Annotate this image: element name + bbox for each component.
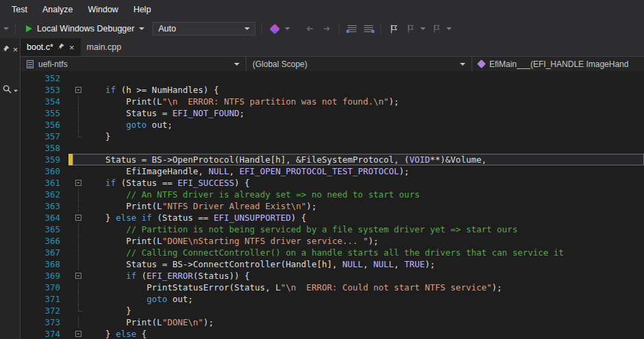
chevron-down-icon[interactable] (14, 90, 18, 92)
code-line-367[interactable]: 367 // Calling ConnectController() on a … (21, 247, 644, 258)
chevron-down-icon[interactable] (420, 27, 426, 30)
code-line-368[interactable]: 368 Status = BS->ConnectController(Handl… (21, 258, 644, 270)
fold-margin (73, 247, 85, 258)
line-number[interactable]: 368 (21, 258, 68, 270)
menu-item-window[interactable]: Window (80, 5, 125, 14)
line-number[interactable]: 366 (21, 235, 68, 247)
code-line-353[interactable]: 353- if (h >= NumHandles) { (21, 84, 644, 96)
navigate-back-icon[interactable] (304, 22, 316, 36)
code-line-365[interactable]: 365 // Partition is not being serviced b… (21, 223, 644, 235)
line-number[interactable]: 360 (21, 165, 68, 177)
code-line-374[interactable]: 374- } else { (21, 328, 644, 339)
start-debug-button[interactable]: Local Windows Debugger (22, 21, 149, 36)
close-icon[interactable]: × (13, 45, 18, 54)
uncomment-icon[interactable] (362, 22, 374, 36)
fold-collapse-icon[interactable]: - (73, 84, 85, 96)
debugger-label: Local Windows Debugger (37, 24, 134, 33)
code-text: EfiImageHandle, NULL, EFI_OPEN_PROTOCOL_… (85, 165, 409, 177)
next-bookmark-icon[interactable] (430, 22, 442, 36)
code-line-372[interactable]: 372 } (21, 305, 644, 316)
code-editor[interactable]: 352353- if (h >= NumHandles) {354 Print(… (21, 71, 644, 339)
menu-item-analyze[interactable]: Analyze (35, 5, 80, 14)
code-line-356[interactable]: 356 goto out; (21, 119, 644, 131)
chevron-down-icon (234, 63, 240, 66)
tab-main-cpp[interactable]: main.cpp (81, 38, 128, 56)
line-number[interactable]: 372 (21, 305, 68, 316)
scope-dropdown[interactable]: (Global Scope) (246, 57, 472, 71)
fold-collapse-icon[interactable]: - (73, 212, 85, 223)
line-number[interactable]: 354 (21, 96, 68, 107)
fold-margin (73, 316, 85, 328)
code-line-361[interactable]: 361- if (Status == EFI_SUCCESS) { (21, 177, 644, 189)
chevron-down-icon (139, 27, 144, 30)
fold-collapse-icon[interactable]: - (73, 328, 85, 339)
fold-margin (73, 305, 85, 316)
project-dropdown[interactable]: uefi-ntfs (21, 57, 246, 71)
navigate-forward-icon[interactable] (320, 22, 333, 36)
code-line-355[interactable]: 355 Status = EFI_NOT_FOUND; (21, 107, 644, 119)
code-line-362[interactable]: 362 // An NTFS driver is already set => … (21, 189, 644, 200)
code-line-373[interactable]: 373 Print(L"DONE\n"); (21, 316, 644, 328)
code-line-352[interactable]: 352 (21, 72, 644, 84)
line-number[interactable]: 371 (21, 293, 68, 305)
toolbar-overflow-caret[interactable] (3, 27, 9, 30)
member-dropdown[interactable]: EfiMain___(EFI_HANDLE ImageHand (472, 57, 644, 71)
pin-icon[interactable] (2, 43, 10, 55)
line-number[interactable]: 365 (21, 223, 68, 235)
line-number[interactable]: 363 (21, 200, 68, 212)
chevron-down-icon[interactable] (285, 27, 290, 30)
fold-margin (73, 119, 85, 131)
performance-profiler-icon[interactable] (268, 22, 281, 36)
line-content: Status = EFI_NOT_FOUND; (73, 107, 644, 119)
member-name: EfiMain___(EFI_HANDLE ImageHand (489, 59, 628, 69)
code-line-370[interactable]: 370 PrintStatusError(Status, L"\n ERROR:… (21, 282, 644, 293)
line-content: } (73, 305, 644, 316)
pin-icon[interactable] (57, 42, 65, 52)
line-number[interactable]: 355 (21, 107, 68, 119)
toolbar: Local Windows Debugger Auto (0, 19, 644, 38)
line-number[interactable]: 374 (21, 328, 68, 339)
line-number[interactable]: 361 (21, 177, 68, 189)
chevron-down-icon (244, 27, 250, 30)
line-number[interactable]: 370 (21, 282, 68, 293)
code-line-366[interactable]: 366 Print(L"DONE\nStarting NTFS driver s… (21, 235, 644, 247)
code-line-358[interactable]: 358 (21, 142, 644, 154)
line-number[interactable]: 357 (21, 131, 68, 142)
code-line-364[interactable]: 364- } else if (Status == EFI_UNSUPPORTE… (21, 212, 644, 223)
fold-collapse-icon[interactable]: - (73, 177, 85, 189)
chevron-down-icon[interactable] (446, 27, 452, 30)
close-icon[interactable]: × (69, 43, 75, 52)
fold-collapse-icon[interactable]: - (73, 270, 85, 282)
search-icon[interactable] (2, 84, 12, 97)
code-line-360[interactable]: 360 EfiImageHandle, NULL, EFI_OPEN_PROTO… (21, 165, 644, 177)
code-text: } (85, 305, 131, 316)
comment-icon[interactable] (346, 22, 358, 36)
code-line-354[interactable]: 354 Print(L"\n ERROR: NTFS partition was… (21, 96, 644, 107)
code-line-359[interactable]: 359 Status = BS->OpenProtocol(Handle[h],… (21, 154, 644, 165)
bookmark-icon[interactable] (387, 22, 400, 36)
line-number[interactable]: 373 (21, 316, 68, 328)
code-line-363[interactable]: 363 Print(L"NTFS Driver Alread Exist\n")… (21, 200, 644, 212)
menu-item-test[interactable]: Test (4, 5, 35, 14)
line-number[interactable]: 362 (21, 189, 68, 200)
code-text: if (EFI_ERROR(Status)) { (85, 270, 250, 282)
line-number[interactable]: 359 (21, 154, 68, 165)
main-area: × boot.c*×main.cpp uefi-ntfs (Gl (0, 38, 644, 339)
line-number[interactable]: 358 (21, 142, 68, 154)
line-number[interactable]: 369 (21, 270, 68, 282)
line-number[interactable]: 352 (21, 72, 68, 84)
tab-boot-c[interactable]: boot.c*× (21, 38, 81, 56)
code-line-371[interactable]: 371 goto out; (21, 293, 644, 305)
debug-target-select[interactable]: Auto (153, 22, 255, 36)
menu-item-help[interactable]: Help (126, 5, 159, 14)
play-icon (26, 25, 32, 32)
code-text: if (Status == EFI_SUCCESS) { (85, 177, 250, 189)
previous-bookmark-icon[interactable] (404, 22, 416, 36)
line-number[interactable]: 356 (21, 119, 68, 131)
code-line-357[interactable]: 357 } (21, 131, 644, 142)
line-number[interactable]: 353 (21, 84, 68, 96)
code-text: PrintStatusError(Status, L"\n ERROR: Cou… (85, 282, 502, 293)
code-line-369[interactable]: 369- if (EFI_ERROR(Status)) { (21, 270, 644, 282)
line-number[interactable]: 364 (21, 212, 68, 223)
line-number[interactable]: 367 (21, 247, 68, 258)
